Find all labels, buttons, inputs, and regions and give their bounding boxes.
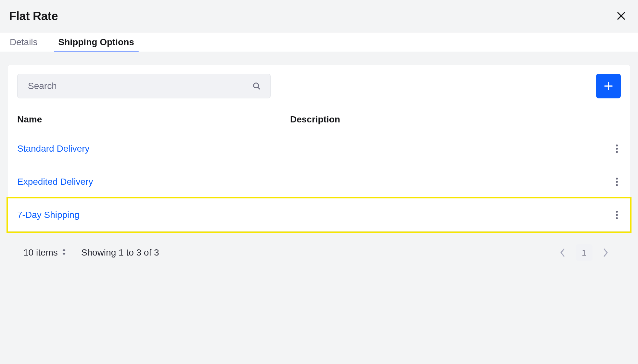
table-header: Name Description	[8, 107, 630, 132]
svg-point-8	[616, 151, 618, 153]
svg-point-6	[616, 144, 618, 146]
row-actions-button[interactable]	[609, 174, 625, 190]
kebab-menu-icon	[616, 177, 618, 187]
search-input[interactable]	[27, 74, 252, 98]
table-row: 7-Day Shipping	[8, 198, 630, 232]
plus-icon	[603, 81, 614, 92]
svg-point-7	[616, 148, 618, 150]
page-title: Flat Rate	[9, 9, 58, 23]
caret-up-down-icon	[61, 247, 67, 258]
column-header-name[interactable]: Name	[17, 114, 290, 125]
svg-point-12	[616, 211, 618, 213]
chevron-right-icon	[602, 248, 609, 257]
svg-line-3	[258, 87, 260, 89]
svg-point-10	[616, 181, 618, 183]
content-card: Name Description Standard DeliveryExpedi…	[8, 65, 630, 232]
header: Flat Rate	[0, 0, 638, 32]
row-name-link[interactable]: Standard Delivery	[17, 144, 90, 154]
svg-point-9	[616, 178, 618, 180]
tab-shipping-options[interactable]: Shipping Options	[58, 32, 135, 52]
svg-marker-15	[62, 249, 66, 251]
svg-point-14	[616, 217, 618, 219]
page-size-label: 10 items	[23, 247, 58, 258]
svg-point-11	[616, 184, 618, 186]
row-name-link[interactable]: 7-Day Shipping	[17, 210, 79, 220]
table-row: Expedited Delivery	[8, 165, 630, 198]
row-name-link[interactable]: Expedited Delivery	[17, 177, 93, 187]
tab-label: Details	[10, 37, 38, 47]
tab-label: Shipping Options	[58, 37, 134, 47]
chevron-left-icon	[559, 248, 566, 257]
table-body: Standard DeliveryExpedited Delivery7-Day…	[8, 132, 630, 232]
row-actions-button[interactable]	[609, 207, 625, 223]
cell-name: Standard Delivery	[17, 144, 290, 154]
column-header-description[interactable]: Description	[290, 114, 340, 125]
search-icon	[252, 82, 261, 91]
page-size-selector[interactable]: 10 items	[23, 247, 67, 258]
cell-name: 7-Day Shipping	[17, 210, 290, 220]
search-container	[17, 74, 271, 98]
row-actions-button[interactable]	[609, 141, 625, 157]
pager-next-button[interactable]	[596, 244, 615, 262]
pagination-bar: 10 items Showing 1 to 3 of 3 1	[8, 236, 630, 270]
pager: 1	[554, 244, 615, 262]
kebab-menu-icon	[616, 144, 618, 154]
close-icon	[616, 10, 626, 23]
pager-current-page[interactable]: 1	[576, 244, 593, 261]
tab-details[interactable]: Details	[9, 32, 38, 52]
add-button[interactable]	[596, 74, 621, 98]
close-button[interactable]	[613, 8, 629, 24]
cell-name: Expedited Delivery	[17, 177, 290, 187]
svg-point-13	[616, 214, 618, 216]
table-row: Standard Delivery	[8, 132, 630, 165]
kebab-menu-icon	[616, 210, 618, 220]
svg-marker-16	[62, 253, 66, 255]
tabs: Details Shipping Options	[0, 32, 638, 52]
pager-prev-button[interactable]	[554, 244, 572, 262]
pagination-left: 10 items Showing 1 to 3 of 3	[23, 247, 159, 258]
page-range-label: Showing 1 to 3 of 3	[81, 247, 159, 258]
card-toolbar	[8, 65, 630, 107]
